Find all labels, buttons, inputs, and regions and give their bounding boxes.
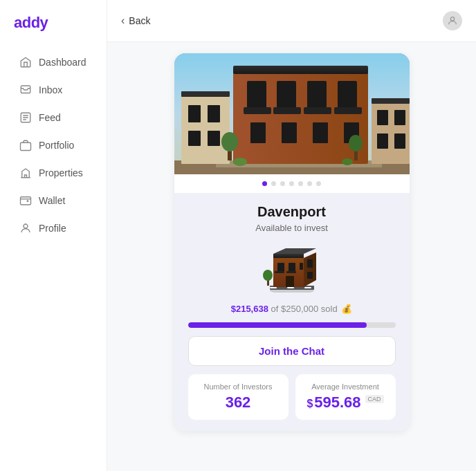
avatar[interactable] <box>443 11 462 30</box>
progress-container <box>188 322 396 328</box>
svg-rect-10 <box>181 91 230 97</box>
property-name: Davenport <box>257 204 326 220</box>
svg-point-4 <box>24 224 28 228</box>
svg-rect-50 <box>277 263 284 273</box>
svg-rect-13 <box>188 131 201 146</box>
svg-rect-24 <box>334 107 362 114</box>
svg-point-39 <box>233 158 247 166</box>
sidebar-item-properties-label: Properties <box>39 167 83 178</box>
sidebar-item-inbox-label: Inbox <box>39 84 62 95</box>
header: ‹ Back <box>107 0 476 42</box>
svg-point-59 <box>263 270 273 281</box>
main-content: ‹ Back <box>107 0 476 471</box>
sidebar: addy Dashboard Inbox Feed Portfolio Prop… <box>0 0 107 471</box>
svg-rect-11 <box>188 105 201 122</box>
wallet-icon <box>19 194 32 207</box>
sidebar-item-profile-label: Profile <box>39 223 66 234</box>
svg-rect-0 <box>21 86 30 93</box>
logo: addy <box>0 11 107 48</box>
svg-marker-47 <box>304 252 316 287</box>
svg-rect-55 <box>307 272 313 279</box>
svg-rect-18 <box>277 81 296 109</box>
sidebar-item-dashboard[interactable]: Dashboard <box>6 49 101 75</box>
funded-amount: $215,638 <box>231 304 268 314</box>
svg-rect-16 <box>233 66 368 74</box>
sidebar-item-wallet[interactable]: Wallet <box>6 187 101 214</box>
total-label: of $250,000 sold <box>271 304 338 314</box>
property-status: Available to invest <box>255 223 328 233</box>
sidebar-item-portfolio-label: Portfolio <box>39 140 74 151</box>
sidebar-item-wallet-label: Wallet <box>39 195 65 206</box>
dollar-symbol: $ <box>306 398 313 410</box>
portfolio-icon <box>19 139 32 151</box>
feed-icon <box>19 111 32 124</box>
progress-bar <box>188 322 367 328</box>
sidebar-item-feed[interactable]: Feed <box>6 104 101 131</box>
currency-badge: CAD <box>365 395 384 403</box>
svg-rect-44 <box>287 287 294 288</box>
sidebar-item-inbox[interactable]: Inbox <box>6 77 101 103</box>
svg-rect-17 <box>247 81 266 109</box>
dot-4[interactable] <box>298 181 303 186</box>
svg-rect-30 <box>372 98 410 104</box>
funding-text: $215,638 of $250,000 sold 💰 <box>231 304 353 314</box>
svg-point-38 <box>349 135 363 151</box>
property-card: Davenport Available to invest <box>174 53 410 431</box>
svg-rect-53 <box>286 276 294 287</box>
svg-rect-9 <box>181 95 230 164</box>
join-chat-button[interactable]: Join the Chat <box>188 336 396 366</box>
avg-investment-stat: Average Investment $ 595.68 CAD <box>295 374 396 420</box>
svg-rect-45 <box>304 287 311 288</box>
svg-rect-23 <box>304 107 331 114</box>
svg-rect-52 <box>300 263 303 270</box>
money-bag-emoji: 💰 <box>341 304 352 314</box>
building-svg <box>174 53 410 174</box>
sidebar-item-portfolio[interactable]: Portfolio <box>6 132 101 158</box>
content-area: Davenport Available to invest <box>107 42 476 442</box>
avg-investment-number: 595.68 <box>314 394 360 412</box>
building-icon-svg <box>261 244 323 293</box>
back-button[interactable]: ‹ Back <box>121 15 150 27</box>
avg-investment-label: Average Investment <box>311 382 379 391</box>
back-arrow-icon: ‹ <box>121 15 125 27</box>
stats-row: Number of Investors 362 Average Investme… <box>188 374 396 420</box>
svg-point-40 <box>342 158 353 165</box>
svg-point-36 <box>221 132 238 151</box>
dot-1[interactable] <box>271 181 276 186</box>
svg-rect-22 <box>273 107 301 114</box>
svg-rect-12 <box>208 105 220 122</box>
card-info: Davenport Available to invest <box>174 193 410 431</box>
property-image <box>174 53 410 174</box>
svg-rect-20 <box>338 81 357 109</box>
sidebar-item-feed-label: Feed <box>39 112 61 123</box>
sidebar-item-properties[interactable]: Properties <box>6 160 101 186</box>
svg-marker-49 <box>273 248 316 254</box>
svg-rect-57 <box>286 271 296 273</box>
svg-rect-2 <box>21 142 31 150</box>
dot-3[interactable] <box>289 181 294 186</box>
dot-6[interactable] <box>316 181 321 186</box>
home-icon <box>19 56 32 68</box>
svg-point-5 <box>450 17 454 21</box>
svg-marker-48 <box>273 254 304 258</box>
dot-5[interactable] <box>307 181 312 186</box>
svg-rect-43 <box>270 287 277 288</box>
investors-stat: Number of Investors 362 <box>188 374 289 420</box>
svg-rect-34 <box>394 133 405 149</box>
dot-0[interactable] <box>262 181 267 186</box>
svg-rect-54 <box>307 259 313 268</box>
svg-rect-32 <box>394 110 405 125</box>
svg-rect-27 <box>313 122 328 143</box>
dot-2[interactable] <box>280 181 285 186</box>
building-3d-icon <box>261 244 323 293</box>
avg-investment-value-row: $ 595.68 CAD <box>306 394 383 412</box>
svg-rect-31 <box>377 110 388 125</box>
investors-label: Number of Investors <box>203 382 272 391</box>
svg-rect-3 <box>21 197 31 205</box>
inbox-icon <box>19 84 32 96</box>
svg-rect-21 <box>244 107 271 114</box>
svg-rect-51 <box>289 263 295 273</box>
svg-rect-25 <box>250 122 266 143</box>
sidebar-item-profile[interactable]: Profile <box>6 215 101 241</box>
back-label: Back <box>129 15 150 26</box>
